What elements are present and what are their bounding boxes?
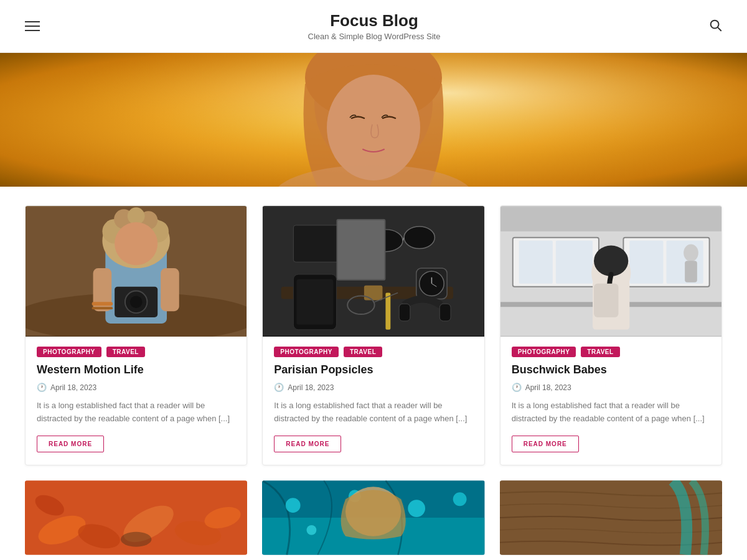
card-2-body: PHOTOGRAPHY TRAVEL Parisian Popsicles 🕐 … <box>263 337 484 465</box>
svg-rect-61 <box>685 261 697 282</box>
svg-point-60 <box>684 245 698 262</box>
card-1-date: 🕐 April 18, 2023 <box>37 383 235 392</box>
card-3-tags: PHOTOGRAPHY TRAVEL <box>512 347 710 357</box>
cards-grid: PHOTOGRAPHY TRAVEL Western Motion Life 🕐… <box>25 205 722 465</box>
clock-icon-3: 🕐 <box>512 383 522 392</box>
cards-section: PHOTOGRAPHY TRAVEL Western Motion Life 🕐… <box>0 187 747 560</box>
svg-rect-51 <box>555 241 592 284</box>
svg-point-23 <box>115 222 157 265</box>
card-2-title: Parisian Popsicles <box>274 363 472 376</box>
card-3-date: 🕐 April 18, 2023 <box>512 383 710 392</box>
card-2: PHOTOGRAPHY TRAVEL Parisian Popsicles 🕐 … <box>262 205 484 465</box>
card-3-excerpt: It is a long established fact that a rea… <box>512 399 710 426</box>
search-icon[interactable] <box>708 18 722 35</box>
svg-point-22 <box>128 207 145 225</box>
card-3-read-more[interactable]: READ MORE <box>512 436 579 452</box>
card-1-tags: PHOTOGRAPHY TRAVEL <box>37 347 235 357</box>
card-1-body: PHOTOGRAPHY TRAVEL Western Motion Life 🕐… <box>26 337 247 465</box>
hamburger-menu[interactable] <box>25 21 40 31</box>
card-1-excerpt: It is a long established fact that a rea… <box>37 399 235 426</box>
clock-icon-2: 🕐 <box>274 383 284 392</box>
svg-rect-24 <box>92 302 113 306</box>
svg-point-77 <box>453 492 467 506</box>
tag-travel-2[interactable]: TRAVEL <box>344 347 382 357</box>
bottom-card-2[interactable] <box>262 480 484 555</box>
svg-rect-13 <box>161 268 179 311</box>
svg-rect-41 <box>386 293 391 330</box>
card-3-image <box>500 206 721 337</box>
svg-rect-34 <box>364 286 383 301</box>
bottom-preview-row <box>25 480 722 555</box>
hero-banner <box>0 53 747 187</box>
svg-point-16 <box>130 296 143 308</box>
card-1-read-more[interactable]: READ MORE <box>37 436 104 452</box>
card-1-title: Western Motion Life <box>37 363 235 376</box>
svg-point-29 <box>404 226 435 249</box>
svg-rect-48 <box>500 207 721 231</box>
bottom-card-1[interactable] <box>25 480 247 555</box>
svg-point-78 <box>307 525 317 535</box>
tag-photography-2[interactable]: PHOTOGRAPHY <box>274 347 339 357</box>
card-2-read-more[interactable]: READ MORE <box>274 436 341 452</box>
site-title[interactable]: Focus Blog <box>40 11 708 30</box>
svg-rect-53 <box>629 241 663 284</box>
card-1-image <box>26 206 247 337</box>
clock-icon: 🕐 <box>37 383 47 392</box>
svg-rect-59 <box>594 284 618 317</box>
card-2-excerpt: It is a long established fact that a rea… <box>274 399 472 426</box>
svg-point-58 <box>594 246 628 276</box>
card-2-image <box>263 206 484 337</box>
site-subtitle: Clean & Simple Blog WordPress Site <box>40 32 708 41</box>
card-3-body: PHOTOGRAPHY TRAVEL Buschwick Babes 🕐 Apr… <box>500 337 721 465</box>
svg-point-6 <box>327 75 420 180</box>
bottom-card-3[interactable] <box>500 480 722 555</box>
svg-rect-43 <box>440 304 451 321</box>
tag-travel-3[interactable]: TRAVEL <box>581 347 619 357</box>
svg-rect-32 <box>338 220 385 279</box>
card-2-tags: PHOTOGRAPHY TRAVEL <box>274 347 472 357</box>
site-header: Focus Blog Clean & Simple Blog WordPress… <box>0 0 747 53</box>
svg-rect-42 <box>399 304 410 321</box>
svg-point-70 <box>121 531 152 546</box>
svg-point-76 <box>408 500 426 517</box>
tag-photography-3[interactable]: PHOTOGRAPHY <box>512 347 576 357</box>
card-1: PHOTOGRAPHY TRAVEL Western Motion Life 🕐… <box>25 205 247 465</box>
card-3-title: Buschwick Babes <box>512 363 710 376</box>
svg-line-1 <box>718 27 721 30</box>
svg-rect-50 <box>519 241 552 284</box>
svg-point-74 <box>286 498 301 513</box>
svg-rect-25 <box>92 307 113 309</box>
tag-photography[interactable]: PHOTOGRAPHY <box>37 347 101 357</box>
header-center: Focus Blog Clean & Simple Blog WordPress… <box>40 11 708 41</box>
svg-rect-36 <box>297 279 334 325</box>
card-2-date: 🕐 April 18, 2023 <box>274 383 472 392</box>
tag-travel[interactable]: TRAVEL <box>106 347 145 357</box>
card-3: PHOTOGRAPHY TRAVEL Buschwick Babes 🕐 Apr… <box>500 205 722 465</box>
